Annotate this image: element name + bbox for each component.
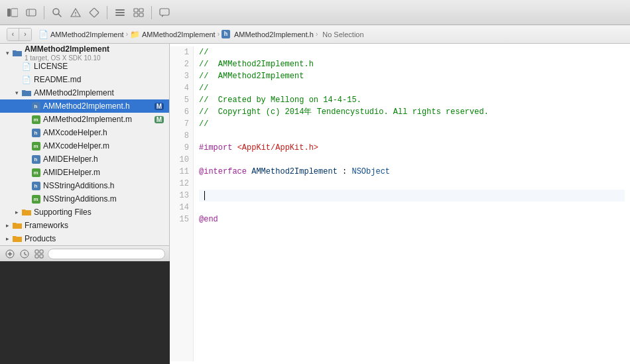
line-num-15: 15 bbox=[172, 213, 189, 225]
Frameworks-icon bbox=[12, 220, 23, 231]
AMIDEHelper-m-icon: m bbox=[31, 167, 41, 178]
toolbar bbox=[0, 0, 630, 25]
sidebar-item-NSStringAdditions-h[interactable]: h NSStringAdditions.h bbox=[0, 179, 169, 192]
toggle-breakpoint-button[interactable] bbox=[24, 5, 38, 20]
code-line-6: // Copyright (c) 2014年 Tendencystudio. A… bbox=[199, 106, 625, 118]
breadcrumb-item-file[interactable]: h AMMethod2Implement.h bbox=[221, 30, 314, 38]
toolbar-separator-1 bbox=[44, 6, 44, 19]
breadcrumb-folder-icon: 📁 bbox=[130, 30, 140, 39]
code-line-9: #import <AppKit/AppKit.h> bbox=[199, 142, 625, 154]
breadcrumb-item-group[interactable]: 📁 AMMethod2Implement bbox=[130, 30, 216, 39]
group-folder-icon bbox=[21, 88, 32, 98]
NSStringAdditions-h-icon: h bbox=[31, 180, 41, 191]
SupportingFiles-icon bbox=[21, 207, 32, 217]
svg-rect-9 bbox=[90, 7, 99, 17]
breadcrumb-h-badge: h bbox=[221, 30, 230, 38]
AMIDEHelper-h-label: AMIDEHelper.h bbox=[43, 154, 164, 164]
breadcrumb-root-label: AMMethod2Implement bbox=[50, 30, 124, 38]
LICENSE-label: LICENSE bbox=[34, 62, 164, 71]
AMMethod2Implement-m-arrow bbox=[21, 115, 31, 124]
AMXcodeHelper-h-arrow bbox=[21, 128, 31, 137]
line-numbers: 1 2 3 4 5 6 7 8 9 10 11 12 13 14 15 bbox=[170, 46, 194, 361]
README-arrow bbox=[12, 75, 21, 84]
breadcrumb-sep-1: › bbox=[126, 30, 128, 38]
Frameworks-arrow bbox=[3, 221, 12, 230]
sidebar-root-label: AMMethod2Implement bbox=[25, 44, 164, 54]
line-num-3: 3 bbox=[172, 70, 189, 82]
code-line-12 bbox=[199, 178, 625, 190]
code-line-15: @end bbox=[199, 213, 625, 225]
code-line-11: @interface AMMethod2Implement : NSObject bbox=[199, 166, 625, 178]
code-line-4: // bbox=[199, 82, 625, 94]
sidebar-item-AMIDEHelper-h[interactable]: h AMIDEHelper.h bbox=[0, 152, 169, 166]
breadcrumb-path: 📄 AMMethod2Implement › 📁 AMMethod2Implem… bbox=[38, 30, 364, 39]
list-view-button[interactable] bbox=[113, 5, 127, 20]
sidebar-root-item[interactable]: AMMethod2Implement 1 target, OS X SDK 10… bbox=[0, 46, 169, 60]
NSStringAdditions-m-arrow bbox=[21, 194, 31, 204]
sidebar-item-SupportingFiles[interactable]: Supporting Files bbox=[0, 206, 169, 219]
root-arrow bbox=[3, 48, 12, 58]
line-num-6: 6 bbox=[172, 106, 189, 118]
svg-rect-0 bbox=[7, 9, 11, 17]
svg-rect-17 bbox=[160, 9, 169, 15]
AMMethod2Implement-h-icon: h bbox=[31, 101, 41, 111]
svg-rect-25 bbox=[35, 250, 38, 253]
Products-icon bbox=[12, 233, 23, 244]
NSStringAdditions-m-icon: m bbox=[31, 194, 41, 204]
svg-rect-10 bbox=[115, 9, 125, 11]
sidebar-add-button[interactable] bbox=[4, 248, 16, 260]
sidebar-item-AMMethod2Implement-h[interactable]: h AMMethod2Implement.h M bbox=[0, 99, 169, 113]
shape-button[interactable] bbox=[131, 5, 146, 20]
line-num-11: 11 bbox=[172, 166, 189, 178]
line-num-13: 13 bbox=[172, 190, 189, 202]
breadcrumb-bar: ‹ › 📄 AMMethod2Implement › 📁 AMMethod2Im… bbox=[0, 25, 630, 44]
code-line-1: // bbox=[199, 46, 625, 58]
AMMethod2Implement-m-icon: m bbox=[31, 114, 41, 125]
SupportingFiles-arrow bbox=[12, 208, 21, 217]
breadcrumb-file-label: AMMethod2Implement.h bbox=[234, 30, 314, 38]
README-label: README.md bbox=[34, 75, 164, 84]
breadcrumb-forward-button[interactable]: › bbox=[19, 29, 31, 40]
code-line-10 bbox=[199, 154, 625, 166]
build-button[interactable] bbox=[87, 5, 101, 20]
line-num-2: 2 bbox=[172, 58, 189, 70]
LICENSE-arrow bbox=[12, 62, 21, 71]
sidebar-item-group[interactable]: AMMethod2Implement bbox=[0, 86, 169, 99]
sidebar-clock-button[interactable] bbox=[19, 248, 31, 260]
sidebar-item-AMXcodeHelper-m[interactable]: m AMXcodeHelper.m bbox=[0, 139, 169, 152]
sidebar-item-Frameworks[interactable]: Frameworks bbox=[0, 219, 169, 232]
AMXcodeHelper-h-label: AMXcodeHelper.h bbox=[43, 128, 164, 137]
sidebar-item-AMXcodeHelper-h[interactable]: h AMXcodeHelper.h bbox=[0, 126, 169, 139]
warning-button[interactable] bbox=[68, 5, 83, 20]
sidebar-search-input[interactable] bbox=[48, 249, 165, 259]
sidebar-item-NSStringAdditions-m[interactable]: m NSStringAdditions.m bbox=[0, 192, 169, 206]
breadcrumb-group-label: AMMethod2Implement bbox=[142, 30, 216, 38]
hide-navigator-button[interactable] bbox=[5, 5, 20, 20]
sidebar-root-sublabel: 1 target, OS X SDK 10.10 bbox=[25, 54, 164, 62]
sidebar-item-AMMethod2Implement-m[interactable]: m AMMethod2Implement.m M bbox=[0, 113, 169, 126]
sidebar-grid-button[interactable] bbox=[33, 248, 45, 260]
code-line-8 bbox=[199, 130, 625, 142]
AMXcodeHelper-m-label: AMXcodeHelper.m bbox=[43, 141, 164, 151]
breadcrumb-item-root[interactable]: 📄 AMMethod2Implement bbox=[38, 30, 124, 39]
find-button[interactable] bbox=[50, 5, 64, 20]
svg-rect-14 bbox=[139, 9, 143, 12]
comment-button[interactable] bbox=[157, 5, 172, 20]
sidebar-item-README[interactable]: 📄 README.md bbox=[0, 73, 169, 86]
line-num-9: 9 bbox=[172, 142, 189, 154]
code-line-2: // AMMethod2Implement.h bbox=[199, 58, 625, 70]
group-arrow bbox=[12, 88, 21, 97]
sidebar-bottom-bar bbox=[0, 245, 170, 261]
code-line-14 bbox=[199, 202, 625, 213]
svg-rect-11 bbox=[115, 12, 125, 13]
LICENSE-icon: 📄 bbox=[21, 61, 32, 72]
AMIDEHelper-m-label: AMIDEHelper.m bbox=[43, 168, 164, 177]
NSStringAdditions-h-arrow bbox=[21, 181, 31, 190]
sidebar-item-LICENSE[interactable]: 📄 LICENSE bbox=[0, 60, 169, 73]
code-editor[interactable]: 1 2 3 4 5 6 7 8 9 10 11 12 13 14 15 // /… bbox=[170, 44, 630, 364]
code-content[interactable]: // // AMMethod2Implement.h // AMMethod2I… bbox=[194, 46, 630, 361]
breadcrumb-back-button[interactable]: ‹ bbox=[7, 29, 19, 40]
sidebar-item-AMIDEHelper-m[interactable]: m AMIDEHelper.m bbox=[0, 166, 169, 179]
svg-line-24 bbox=[25, 254, 27, 255]
sidebar-item-Products[interactable]: Products bbox=[0, 232, 169, 245]
